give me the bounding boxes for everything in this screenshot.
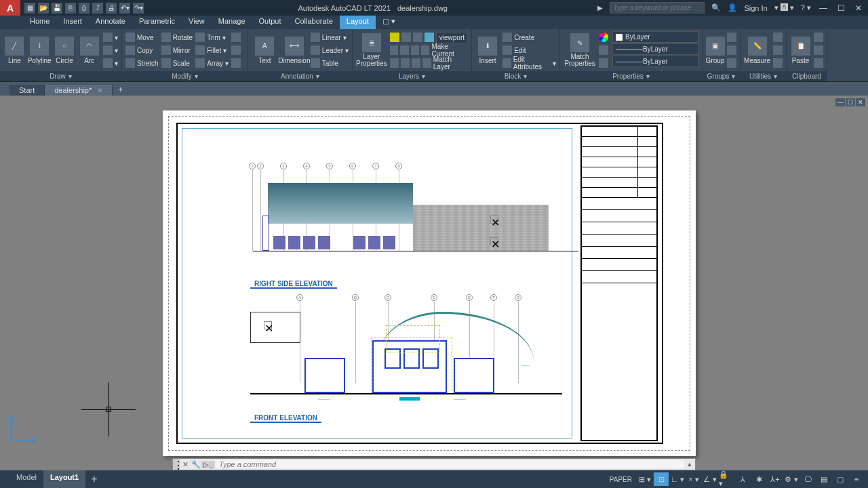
rotate-button[interactable]: Rotate [161,31,193,43]
offset-icon[interactable] [231,57,241,69]
vp-close-icon[interactable]: ✕ [856,98,865,106]
app-logo[interactable]: A [0,0,20,16]
insert-button[interactable]: ⬇Insert [475,30,500,70]
redo-icon[interactable]: ↷▾ [133,3,144,14]
tab-home[interactable]: Home [23,16,56,29]
explode-icon[interactable] [231,44,241,56]
new-tab-button[interactable]: + [113,83,128,96]
linetype-dropdown[interactable]: ———— ByLayer [612,56,698,67]
bulb-icon[interactable] [390,33,399,42]
tab-collaborate[interactable]: Collaborate [288,16,340,29]
polyline-button[interactable]: ⌇Polyline [28,30,52,70]
maximize-button[interactable]: ☐ [835,3,846,13]
tab-dealership[interactable]: dealership*✕ [45,85,113,96]
tab-start[interactable]: Start [9,85,45,96]
close-button[interactable]: ✕ [853,3,864,13]
cmd-handle[interactable]: ⋮ [173,459,180,470]
close-tab-icon[interactable]: ✕ [97,87,102,94]
array-button[interactable]: Array ▾ [195,57,229,69]
add-layout-button[interactable]: + [85,470,102,488]
tab-view[interactable]: View [182,16,212,29]
vp-maximize-icon[interactable]: ☐ [846,98,855,106]
save-icon[interactable]: 💾 [52,3,62,14]
grid-toggle[interactable]: ⊞ ▾ [637,472,652,486]
plot-icon[interactable]: ⎙ [79,3,90,14]
match-properties-button[interactable]: ✎MatchProperties [563,30,597,70]
table-button[interactable]: Table [311,57,349,69]
space-label[interactable]: PAPER [606,476,636,483]
edit-attrs-button[interactable]: Edit Attributes ▾ [502,57,556,69]
create-button[interactable]: Create [502,31,556,43]
user-icon[interactable]: 👤 [728,3,737,12]
monitor-icon[interactable]: 🖵 [800,472,815,486]
signin-label[interactable]: Sign In [744,4,767,12]
tab-annotate[interactable]: Annotate [89,16,132,29]
cmd-close-icon[interactable]: ✕ [180,460,191,469]
trim-button[interactable]: Trim ▾ [195,31,229,43]
stretch-button[interactable]: Stretch [125,57,159,69]
lineweight-icon[interactable] [599,45,608,55]
viewport[interactable]: 1 2 3 4 5 6 7 8 ✕ [182,128,572,439]
arc-button[interactable]: ◠Arc [77,30,101,70]
match-layer-button[interactable]: Match Layer [390,57,468,69]
layer-properties-button[interactable]: ≣LayerProperties [355,30,388,70]
fillet-button[interactable]: Fillet ▾ [195,44,229,56]
move-button[interactable]: Move [125,31,159,43]
measure-button[interactable]: 📏Measure [743,30,771,70]
help-icon[interactable]: ? ▾ [801,3,811,12]
annotation-scale[interactable]: ⅄ [735,472,750,486]
annotation-auto[interactable]: ⅄+ [768,472,783,486]
colorwheel-icon[interactable] [599,33,608,42]
layer-dropdown[interactable]: viewport [436,32,468,43]
cmd-history-icon[interactable]: ▲ [684,461,695,468]
erase-icon[interactable] [231,31,241,43]
exchange-icon[interactable]: ▾ 🅰 ▾ [774,3,794,12]
make-current-button[interactable]: Make Current [390,44,468,56]
undo-icon[interactable]: ↶▾ [119,3,130,14]
tab-parametric[interactable]: Parametric [132,16,182,29]
mirror-button[interactable]: Mirror [161,44,193,56]
osnap-toggle[interactable]: ∠ ▾ [703,472,717,486]
command-input[interactable] [215,460,684,468]
scale-button[interactable]: Scale [161,57,193,69]
cmd-settings-icon[interactable]: 🔧 [191,460,201,469]
ellipse-icon[interactable]: ▾ [103,57,118,69]
new-icon[interactable]: ▦ [24,3,35,14]
units-icon[interactable]: ▤ [816,472,831,486]
publish-icon[interactable]: ⤴ [92,3,103,14]
minimize-button[interactable]: — [818,3,829,13]
text-button[interactable]: AText [251,30,279,70]
drawing-canvas[interactable]: — ☐ ✕ 1 [0,96,868,470]
search-icon[interactable]: 🔍 [711,3,721,12]
saveas-icon[interactable]: ⎘ [65,3,76,14]
polar-toggle[interactable]: × ▾ [686,472,701,486]
ortho-toggle[interactable]: ∟ ▾ [670,472,685,486]
paste-button[interactable]: 📋Paste [789,30,812,70]
hatch-icon[interactable]: ▾ [103,44,118,56]
clean-screen-icon[interactable]: ▢ [833,472,848,486]
print-icon[interactable]: 🖨 [106,3,117,14]
scale-toggle[interactable]: 🔒 ▾ [719,472,734,486]
tab-insert[interactable]: Insert [56,16,89,29]
workspace-icon[interactable]: ⚙ ▾ [784,472,799,486]
tab-layout[interactable]: Layout [340,16,376,29]
customize-icon[interactable]: ≡ [849,472,864,486]
open-icon[interactable]: 📂 [38,3,49,14]
snap-toggle[interactable]: ⊡ [654,472,669,486]
tab-output[interactable]: Output [252,16,288,29]
linear-button[interactable]: Linear ▾ [311,31,349,43]
tab-model[interactable]: Model [9,470,43,488]
lineweight-dropdown[interactable]: ———— ByLayer [612,43,698,55]
color-dropdown[interactable]: ByLayer [612,31,698,43]
tab-extra[interactable]: ▢ ▾ [376,16,402,29]
tab-manage[interactable]: Manage [212,16,252,29]
leader-button[interactable]: Leader ▾ [311,44,349,56]
line-button[interactable]: ╱Line [3,30,26,70]
share-icon[interactable]: ▶ [597,4,603,12]
dimension-button[interactable]: ⟷Dimension [280,30,309,70]
group-button[interactable]: ▣Group [705,30,725,70]
edit-button[interactable]: Edit [502,44,556,56]
search-input[interactable] [610,2,705,14]
circle-button[interactable]: ○Circle [53,30,77,70]
vp-minimize-icon[interactable]: — [835,98,845,106]
